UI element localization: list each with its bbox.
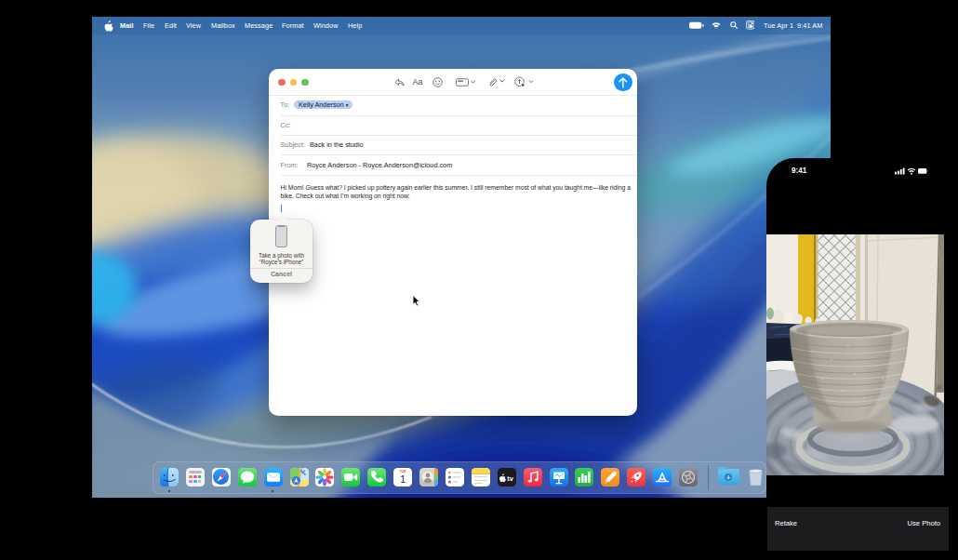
svg-text:tv: tv: [507, 473, 513, 482]
